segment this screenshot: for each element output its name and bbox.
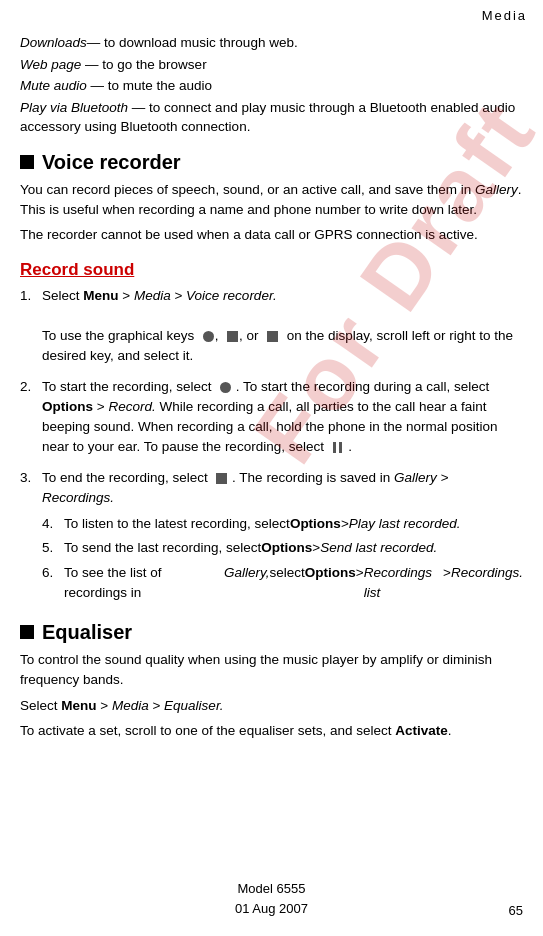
- step-2-content: To start the recording, select . To star…: [42, 377, 523, 458]
- voice-recorder-para1: You can record pieces of speech, sound, …: [20, 180, 523, 221]
- voice-recorder-bullet-icon: [20, 155, 34, 169]
- step-1-content: Select Menu > Media > Voice recorder. To…: [42, 286, 523, 367]
- steps-list: Select Menu > Media > Voice recorder. To…: [20, 286, 523, 608]
- page-container: For Draft Media Downloads— to download m…: [0, 0, 543, 936]
- page-title: Media: [482, 8, 527, 23]
- voice-recorder-title: Voice recorder: [42, 151, 181, 174]
- equaliser-bullet-icon: [20, 625, 34, 639]
- equaliser-para3: To activate a set, scroll to one of the …: [20, 721, 523, 741]
- square2-icon: [267, 331, 278, 342]
- intro-item-downloads: Downloads— to download music through web…: [20, 33, 523, 53]
- equaliser-para1: To control the sound quality when using …: [20, 650, 523, 691]
- intro-item-webpage: Web page — to go the browser: [20, 55, 523, 75]
- intro-list: Downloads— to download music through web…: [20, 33, 523, 137]
- page-header: Media: [0, 0, 543, 27]
- page-footer: Model 6555 01 Aug 2007: [0, 879, 543, 918]
- sub-item-listen: To listen to the latest recording, selec…: [42, 514, 523, 534]
- step-3-content: To end the recording, select . The recor…: [42, 468, 523, 608]
- stop-icon: [216, 473, 227, 484]
- equaliser-para2: Select Menu > Media > Equaliser.: [20, 696, 523, 716]
- square-icon: [227, 331, 238, 342]
- record-sound-title: Record sound: [20, 260, 134, 279]
- intro-item-mute: Mute audio — to mute the audio: [20, 76, 523, 96]
- record-sound-heading: Record sound: [20, 260, 523, 280]
- record-icon: [220, 382, 231, 393]
- pause-icon: [332, 442, 343, 453]
- circle-icon: [203, 331, 214, 342]
- equaliser-title: Equaliser: [42, 621, 132, 644]
- intro-item-bluetooth: Play via Bluetooth — to connect and play…: [20, 98, 523, 137]
- footer-page-number: 65: [509, 903, 523, 918]
- voice-recorder-heading-container: Voice recorder: [20, 151, 523, 174]
- step-3: To end the recording, select . The recor…: [20, 468, 523, 608]
- step-1: Select Menu > Media > Voice recorder. To…: [20, 286, 523, 367]
- step-2: To start the recording, select . To star…: [20, 377, 523, 458]
- sub-item-list: To see the list of recordings in Gallery…: [42, 563, 523, 604]
- voice-recorder-para2: The recorder cannot be used when a data …: [20, 225, 523, 245]
- footer-date: 01 Aug 2007: [235, 901, 308, 916]
- equaliser-heading-container: Equaliser: [20, 621, 523, 644]
- page-content: Downloads— to download music through web…: [0, 27, 543, 756]
- footer-model: Model 6555: [238, 881, 306, 896]
- sub-items-list: To listen to the latest recording, selec…: [42, 514, 523, 603]
- sub-item-send: To send the last recording, select Optio…: [42, 538, 523, 558]
